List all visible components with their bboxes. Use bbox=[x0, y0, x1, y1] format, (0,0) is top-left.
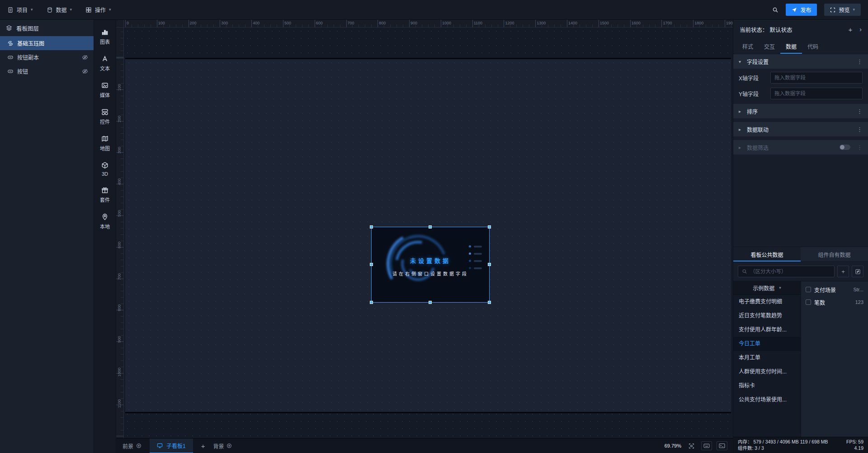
data-filter-toggle[interactable] bbox=[840, 145, 850, 150]
tool-item-local[interactable]: 本地 bbox=[94, 208, 116, 235]
field-checkbox[interactable] bbox=[806, 287, 811, 292]
canvas-widget-yujue-chart[interactable]: 未设置数据 请在右侧窗口设置数据字段 bbox=[371, 227, 490, 303]
add-state-button[interactable]: + bbox=[849, 26, 853, 33]
data-search-input[interactable] bbox=[750, 269, 830, 274]
expand-icon bbox=[830, 7, 835, 13]
layer-label: 按钮 bbox=[17, 67, 78, 75]
ruler-v-label: 1100 bbox=[117, 399, 122, 408]
tab-code[interactable]: 代码 bbox=[802, 39, 824, 54]
legend-item bbox=[469, 245, 482, 248]
artboard[interactable]: 未设置数据 请在右侧窗口设置数据字段 bbox=[125, 58, 731, 413]
field-list-column: 支付场景 Str... 笔数 123 bbox=[801, 281, 868, 437]
section-title: 数据筛选 bbox=[747, 144, 836, 151]
circle-plus-icon[interactable] bbox=[136, 443, 142, 448]
tool-item-charts[interactable]: 图表 bbox=[94, 23, 116, 50]
tab-data[interactable]: 数据 bbox=[780, 39, 802, 54]
layer-item-button[interactable]: 按钮 bbox=[0, 64, 94, 78]
kebab-menu-icon[interactable]: ⋮ bbox=[857, 108, 863, 114]
tab-board-public-data[interactable]: 看板公共数据 bbox=[733, 247, 801, 262]
dataset-item[interactable]: 电子缴费支付明细 bbox=[733, 295, 801, 309]
section-field-settings[interactable]: ▾ 字段设置 ⋮ bbox=[733, 54, 868, 69]
console-icon[interactable] bbox=[717, 441, 727, 450]
tool-item-3d[interactable]: 3D bbox=[94, 157, 116, 182]
field-checkbox[interactable] bbox=[806, 299, 811, 305]
status-bar: 内存： 579 / 3493 / 4096 MB 119 / 698 MB FP… bbox=[733, 437, 868, 453]
edit-dataset-button[interactable] bbox=[852, 266, 863, 277]
tab-style[interactable]: 样式 bbox=[737, 39, 759, 54]
tool-item-text[interactable]: 文本 bbox=[94, 50, 116, 77]
tab-component-own-data[interactable]: 组件自有数据 bbox=[801, 247, 868, 262]
ruler-v-label: 1000 bbox=[117, 368, 122, 377]
selection-handle-se[interactable] bbox=[488, 301, 491, 304]
add-dataset-button[interactable]: + bbox=[837, 266, 849, 277]
dataset-item-selected[interactable]: 今日工单 bbox=[733, 337, 801, 351]
dataset-item[interactable]: 人群使用支付时间... bbox=[733, 365, 801, 379]
bar-chart-icon bbox=[101, 28, 108, 36]
section-sort[interactable]: ▸ 排序 ⋮ bbox=[733, 104, 868, 118]
tool-item-media[interactable]: 媒体 bbox=[94, 77, 116, 103]
document-icon bbox=[7, 7, 14, 13]
section-data-filter[interactable]: ▸ 数据筛选 ⋮ bbox=[733, 140, 868, 154]
eye-off-icon[interactable] bbox=[82, 54, 88, 61]
fps-value: 59 bbox=[858, 439, 863, 444]
subboard-tab-active[interactable]: 子看板1 bbox=[150, 439, 193, 453]
selection-handle-e[interactable] bbox=[488, 263, 491, 266]
tool-item-kit[interactable]: 套件 bbox=[94, 182, 116, 208]
fit-screen-icon[interactable] bbox=[686, 441, 697, 450]
tool-label: 文本 bbox=[100, 65, 110, 72]
circle-plus-icon[interactable] bbox=[226, 443, 232, 448]
dataset-item[interactable]: 支付使用人群年龄... bbox=[733, 323, 801, 337]
legend-item bbox=[469, 252, 482, 255]
selection-handle-s[interactable] bbox=[429, 301, 432, 304]
chevron-right-icon[interactable]: › bbox=[859, 26, 862, 33]
publish-button[interactable]: 发布 bbox=[786, 4, 817, 16]
section-data-linkage[interactable]: ▸ 数据联动 ⋮ bbox=[733, 122, 868, 136]
menu-data[interactable]: 数据 ▾ bbox=[47, 6, 72, 14]
field-row[interactable]: 支付场景 Str... bbox=[801, 283, 868, 296]
menu-project[interactable]: 项目 ▾ bbox=[7, 6, 33, 14]
search-icon[interactable] bbox=[772, 7, 778, 13]
ruler-v-label: 900 bbox=[117, 336, 122, 343]
memory-value: 579 / 3493 / 4096 MB 119 / 698 MB bbox=[753, 439, 828, 444]
ruler-h-label: 400 bbox=[253, 21, 259, 25]
current-state-row: 当前状态： 默认状态 + › bbox=[733, 20, 868, 39]
shortcut-keyboard-icon[interactable] bbox=[701, 441, 712, 450]
kebab-menu-icon[interactable]: ⋮ bbox=[857, 59, 863, 65]
dataset-item[interactable]: 近日支付笔数趋势 bbox=[733, 309, 801, 323]
kebab-menu-icon[interactable]: ⋮ bbox=[857, 126, 863, 132]
foreground-button[interactable]: 前景 bbox=[123, 442, 142, 450]
tool-item-map[interactable]: 地图 bbox=[94, 130, 116, 157]
eye-off-icon[interactable] bbox=[82, 68, 88, 75]
selection-handle-nw[interactable] bbox=[370, 225, 373, 229]
ruler-h-label: 700 bbox=[348, 21, 354, 25]
add-subboard-button[interactable]: + bbox=[201, 442, 205, 450]
selection-handle-ne[interactable] bbox=[488, 225, 491, 229]
datasource-select[interactable]: 示例数据 ▾ bbox=[733, 281, 801, 295]
background-button[interactable]: 背景 bbox=[213, 442, 232, 450]
zoom-level[interactable]: 69.79% bbox=[665, 443, 681, 448]
layer-item-button-copy[interactable]: 按钮副本 bbox=[0, 50, 94, 64]
dataset-item[interactable]: 公共支付场景使用... bbox=[733, 393, 801, 407]
dataset-item[interactable]: 指标卡 bbox=[733, 379, 801, 393]
x-axis-field-input[interactable] bbox=[770, 72, 863, 84]
kebab-menu-icon[interactable]: ⋮ bbox=[857, 145, 863, 150]
canvas-body[interactable]: 未设置数据 请在右侧窗口设置数据字段 bbox=[124, 28, 733, 438]
preview-button[interactable]: 预览 ▾ bbox=[824, 4, 861, 16]
ruler-h-label: 1700 bbox=[663, 21, 672, 25]
send-icon bbox=[792, 7, 797, 13]
dataset-item[interactable]: 本月工单 bbox=[733, 351, 801, 365]
selection-handle-w[interactable] bbox=[370, 263, 373, 266]
ruler-v-label: 800 bbox=[117, 304, 122, 311]
data-search-box[interactable] bbox=[738, 266, 835, 277]
selection-handle-sw[interactable] bbox=[370, 301, 373, 304]
tab-interaction[interactable]: 交互 bbox=[759, 39, 780, 54]
selection-handle-n[interactable] bbox=[429, 225, 432, 229]
tool-label: 图表 bbox=[100, 38, 110, 45]
field-row[interactable]: 笔数 123 bbox=[801, 296, 868, 308]
y-axis-field-input[interactable] bbox=[770, 88, 863, 99]
search-icon bbox=[742, 269, 747, 274]
menu-actions[interactable]: 操作 ▾ bbox=[85, 6, 111, 14]
ruler-h-label: 900 bbox=[410, 21, 417, 25]
tool-item-controls[interactable]: 控件 bbox=[94, 103, 116, 130]
layer-item-basic-yujue-chart[interactable]: 基础玉珏图 bbox=[0, 36, 94, 50]
